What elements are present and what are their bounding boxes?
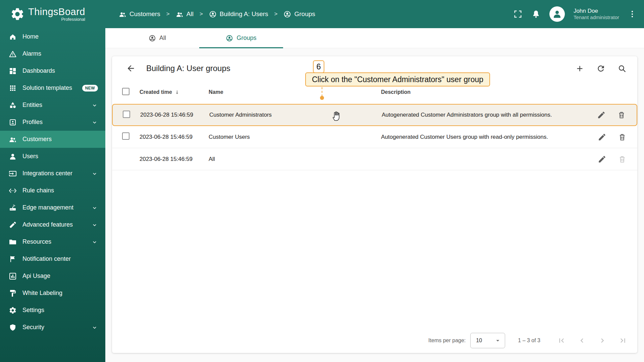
row-checkbox[interactable]: [123, 111, 130, 118]
caret-down-icon: [494, 337, 501, 344]
sidebar-item-label: Customers: [22, 136, 52, 143]
cell-created-time: 2023-06-28 15:46:59: [140, 112, 209, 118]
previous-page-button: [578, 336, 586, 345]
breadcrumb-separator: >: [200, 11, 203, 17]
delete-trash-icon[interactable]: [617, 111, 626, 119]
column-header-description[interactable]: Description: [381, 89, 587, 95]
chevron-down-icon: [91, 119, 98, 126]
paint-icon: [9, 289, 17, 297]
chevron-down-icon: [91, 102, 98, 109]
select-all-checkbox[interactable]: [122, 88, 129, 95]
sidebar-item-settings[interactable]: Settings: [0, 302, 105, 319]
sidebar-item-security[interactable]: Security: [0, 319, 105, 336]
tab-bar: All Groups: [105, 28, 644, 48]
sidebar-item-advanced-features[interactable]: Advanced features: [0, 216, 105, 233]
edit-pencil-icon[interactable]: [598, 133, 606, 141]
sidebar-item-label: Users: [22, 153, 38, 160]
person-circle-icon: [149, 35, 156, 42]
sidebar-item-home[interactable]: Home: [0, 28, 105, 45]
breadcrumb-customers[interactable]: Customers: [119, 10, 160, 18]
breadcrumb-building-a-users[interactable]: Building A: Users: [209, 10, 268, 18]
cell-description: Autogenerated Customer Users group with …: [381, 134, 587, 140]
kebab-menu-icon[interactable]: [628, 10, 637, 18]
folder-icon: [9, 238, 17, 246]
fullscreen-icon[interactable]: [513, 9, 523, 19]
breadcrumb-label: Customers: [129, 10, 160, 18]
home-icon: [9, 33, 17, 41]
sidebar-item-profiles[interactable]: Profiles: [0, 114, 105, 131]
people-icon: [119, 10, 126, 18]
chevron-down-icon: [91, 204, 98, 211]
paginator: Items per page: 10 1 – 3 of 3: [112, 328, 637, 353]
sidebar: Home Alarms Dashboards Solution template…: [0, 28, 105, 362]
sidebar-item-label: Solution templates: [22, 84, 72, 92]
sidebar-item-label: Home: [22, 33, 39, 40]
add-button[interactable]: [575, 64, 584, 73]
breadcrumb-label: Building A: Users: [220, 10, 268, 18]
sidebar-item-label: Resources: [22, 238, 51, 245]
warning-icon: [9, 50, 17, 58]
sidebar-item-api-usage[interactable]: Api Usage: [0, 267, 105, 285]
app-edition: Professional: [61, 17, 85, 22]
router-icon: [9, 204, 17, 212]
tab-label: All: [159, 35, 166, 42]
page-range-label: 1 – 3 of 3: [518, 338, 540, 344]
tutorial-connector-line: [322, 87, 322, 97]
person-circle-icon: [283, 10, 291, 18]
first-page-button: [557, 336, 566, 345]
sidebar-item-rule-chains[interactable]: Rule chains: [0, 182, 105, 199]
sidebar-item-label: Advanced features: [22, 221, 73, 228]
breadcrumb-all[interactable]: All: [176, 10, 194, 18]
sort-desc-icon: [174, 89, 180, 95]
sidebar-item-edge-management[interactable]: Edge management: [0, 199, 105, 216]
search-button[interactable]: [618, 64, 627, 73]
column-header-name[interactable]: Name: [209, 89, 381, 95]
gear-icon: [9, 306, 17, 314]
column-header-created-time[interactable]: Created time: [140, 89, 209, 95]
table-row-all[interactable]: 2023-06-28 15:46:59 All: [112, 148, 637, 170]
items-per-page-select[interactable]: 10: [470, 333, 505, 348]
table-row-customer-administrators[interactable]: 2023-06-28 15:46:59 Customer Administrat…: [112, 104, 637, 126]
sidebar-item-entities[interactable]: Entities: [0, 97, 105, 114]
edit-pencil-icon[interactable]: [597, 111, 606, 119]
sidebar-item-white-labeling[interactable]: White Labeling: [0, 285, 105, 302]
delete-trash-icon[interactable]: [618, 133, 627, 141]
back-button[interactable]: [126, 64, 136, 73]
sidebar-item-resources[interactable]: Resources: [0, 233, 105, 250]
sidebar-item-alarms[interactable]: Alarms: [0, 45, 105, 62]
sidebar-item-label: Alarms: [22, 50, 41, 57]
tab-groups[interactable]: Groups: [199, 28, 283, 48]
notifications-bell-icon[interactable]: [531, 9, 541, 19]
sidebar-item-label: Rule chains: [22, 187, 54, 194]
avatar[interactable]: [549, 6, 565, 22]
breadcrumb-separator: >: [274, 11, 278, 17]
row-checkbox[interactable]: [122, 132, 129, 140]
apps-grid-icon: [9, 84, 17, 92]
delete-trash-icon-disabled: [618, 155, 627, 164]
sidebar-item-label: Integrations center: [22, 170, 72, 177]
sidebar-item-solution-templates[interactable]: Solution templates NEW: [0, 79, 105, 97]
tab-all[interactable]: All: [115, 28, 199, 48]
tutorial-connector-dot: [320, 96, 324, 100]
flag-icon: [9, 255, 17, 263]
category-icon: [9, 101, 17, 109]
sidebar-item-notification-center[interactable]: Notification center: [0, 250, 105, 267]
input-icon: [9, 170, 17, 178]
app-logo[interactable]: ThingsBoard Professional: [0, 6, 105, 22]
sidebar-item-label: Profiles: [22, 119, 43, 126]
table-row-customer-users[interactable]: 2023-06-28 15:46:59 Customer Users Autog…: [112, 126, 637, 148]
chevron-down-icon: [91, 222, 98, 228]
person-icon: [9, 153, 17, 161]
refresh-button[interactable]: [596, 64, 605, 73]
user-name: John Doe: [574, 7, 619, 14]
sidebar-item-customers[interactable]: Customers: [0, 131, 105, 148]
cell-created-time: 2023-06-28 15:46:59: [140, 156, 209, 163]
breadcrumb-groups[interactable]: Groups: [283, 10, 315, 18]
sidebar-item-dashboards[interactable]: Dashboards: [0, 62, 105, 79]
sidebar-item-label: Dashboards: [22, 67, 55, 74]
sidebar-item-label: Notification center: [22, 255, 71, 262]
sidebar-item-integrations-center[interactable]: Integrations center: [0, 165, 105, 182]
sidebar-item-label: Api Usage: [22, 273, 50, 280]
edit-pencil-icon[interactable]: [598, 155, 606, 164]
sidebar-item-users[interactable]: Users: [0, 148, 105, 165]
